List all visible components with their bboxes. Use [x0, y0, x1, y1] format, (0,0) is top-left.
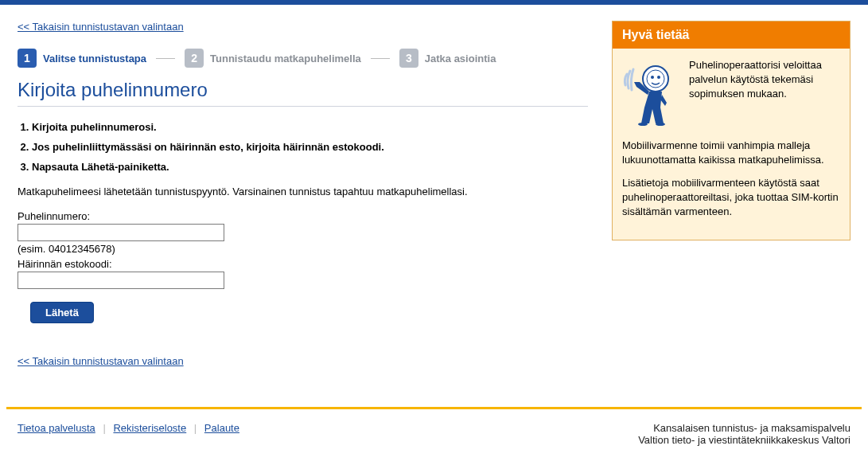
footer-links: Tietoa palvelusta | Rekisteriseloste | P…	[18, 422, 239, 446]
svg-point-2	[651, 76, 654, 79]
sidebar: Hyvä tietää	[612, 21, 850, 383]
footer-separator: |	[103, 422, 105, 434]
step-3-label: Jatka asiointia	[425, 53, 496, 64]
block-code-input[interactable]	[18, 272, 224, 289]
instruction-item: Kirjoita puhelinnumerosi.	[32, 121, 588, 133]
footer: Tietoa palvelusta | Rekisteriseloste | P…	[0, 409, 868, 459]
phone-input[interactable]	[18, 224, 224, 241]
step-2: 2 Tunnistaudu matkapuhelimella	[185, 49, 361, 68]
instruction-item: Napsauta Lähetä-painiketta.	[32, 161, 588, 173]
info-mascot-icon	[622, 58, 681, 131]
info-paragraph-1: Puhelinoperaattorisi veloittaa palvelun …	[689, 58, 840, 102]
footer-separator: |	[194, 422, 197, 434]
step-3-number: 3	[399, 49, 418, 68]
step-1-label: Valitse tunnistustapa	[43, 53, 146, 64]
block-code-label: Häirinnän estokoodi:	[18, 258, 588, 270]
info-box: Hyvä tietää	[612, 21, 850, 240]
step-divider	[371, 58, 390, 59]
page-title: Kirjoita puhelinnumero	[18, 79, 588, 107]
phone-label: Puhelinnumero:	[18, 210, 588, 222]
instruction-item: Jos puhelinliittymässäsi on häirinnän es…	[32, 141, 588, 153]
instructions-list: Kirjoita puhelinnumerosi. Jos puhelinlii…	[32, 121, 588, 173]
submit-button[interactable]: Lähetä	[30, 302, 94, 323]
info-box-title: Hyvä tietää	[613, 21, 850, 49]
info-paragraph-2: Mobiilivarmenne toimii vanhimpia malleja…	[622, 139, 840, 167]
description-text: Matkapuhelimeesi lähetetään tunnistuspyy…	[18, 186, 588, 197]
phone-example: (esim. 04012345678)	[18, 243, 588, 255]
footer-link-registry[interactable]: Rekisteriseloste	[113, 422, 186, 434]
footer-service-name: Kansalaisen tunnistus- ja maksamispalvel…	[638, 422, 850, 434]
svg-point-5	[656, 123, 665, 126]
step-divider	[156, 58, 175, 59]
footer-org-name: Valtion tieto- ja viestintätekniikkakesk…	[638, 434, 850, 446]
main-content: << Takaisin tunnistustavan valintaan 1 V…	[18, 21, 588, 383]
svg-point-4	[638, 123, 648, 126]
info-box-body: Puhelinoperaattorisi veloittaa palvelun …	[613, 49, 850, 240]
step-2-number: 2	[185, 49, 204, 68]
info-paragraph-3: Lisätietoja mobiilivarmenteen käytöstä s…	[622, 176, 840, 220]
svg-point-3	[657, 76, 660, 79]
back-link-top[interactable]: << Takaisin tunnistustavan valintaan	[18, 21, 184, 33]
step-1: 1 Valitse tunnistustapa	[18, 49, 146, 68]
footer-right: Kansalaisen tunnistus- ja maksamispalvel…	[638, 422, 850, 446]
footer-link-about[interactable]: Tietoa palvelusta	[18, 422, 95, 434]
step-2-label: Tunnistaudu matkapuhelimella	[210, 53, 361, 64]
footer-link-feedback[interactable]: Palaute	[204, 422, 239, 434]
step-3: 3 Jatka asiointia	[399, 49, 496, 68]
progress-steps: 1 Valitse tunnistustapa 2 Tunnistaudu ma…	[18, 49, 588, 68]
step-1-number: 1	[18, 49, 37, 68]
back-link-bottom[interactable]: << Takaisin tunnistustavan valintaan	[18, 355, 184, 367]
